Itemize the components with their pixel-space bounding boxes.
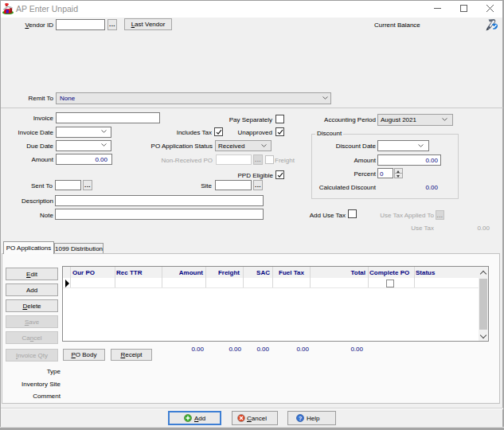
svg-text:?: ? [299,416,302,421]
